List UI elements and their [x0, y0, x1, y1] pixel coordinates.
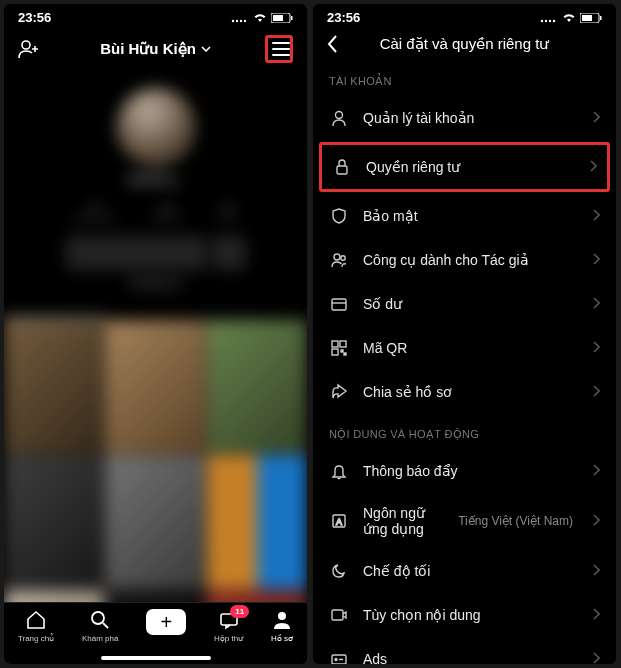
svg-text:A: A [336, 517, 342, 527]
nav-discover[interactable]: Khám phá [82, 609, 118, 643]
chevron-right-icon [593, 562, 600, 580]
row-ads[interactable]: Ads [313, 637, 616, 664]
row-share[interactable]: Chia sẻ hồ sơ [313, 370, 616, 414]
chevron-right-icon [593, 606, 600, 624]
row-label: Quản lý tài khoản [363, 110, 579, 126]
profile-name-dropdown[interactable]: Bùi Hữu Kiện [100, 40, 211, 58]
lock-icon [332, 157, 352, 177]
row-privacy-highlighted[interactable]: Quyền riêng tư [319, 142, 610, 192]
svg-point-2 [240, 19, 242, 21]
row-security[interactable]: Bảo mật [313, 194, 616, 238]
svg-point-17 [553, 19, 555, 21]
row-balance[interactable]: Số dư [313, 282, 616, 326]
nav-create[interactable]: + [146, 609, 186, 635]
bookmark-button [212, 236, 246, 270]
svg-rect-6 [291, 16, 293, 20]
svg-point-37 [335, 659, 337, 661]
username-handle: @buihuu... [4, 173, 307, 185]
svg-rect-28 [340, 341, 346, 347]
svg-line-11 [103, 623, 108, 628]
row-push-notifications[interactable]: Thông báo đẩy [313, 449, 616, 493]
share-icon [329, 382, 349, 402]
signal-dots-icon [540, 13, 558, 23]
svg-rect-19 [582, 15, 592, 21]
chevron-right-icon [593, 251, 600, 269]
chevron-right-icon [593, 339, 600, 357]
video-icon [329, 605, 349, 625]
nav-profile-label: Hồ sơ [271, 634, 293, 643]
svg-rect-29 [332, 349, 338, 355]
chevron-right-icon [593, 383, 600, 401]
menu-button-highlighted[interactable] [265, 35, 293, 63]
inbox-badge: 11 [230, 605, 249, 618]
status-bar: 23:56 [313, 4, 616, 27]
search-icon [89, 609, 111, 631]
row-dark-mode[interactable]: Chế độ tối [313, 549, 616, 593]
nav-home-label: Trang chủ [18, 634, 54, 643]
chevron-right-icon [593, 650, 600, 664]
row-label: Thông báo đẩy [363, 463, 579, 479]
row-manage-account[interactable]: Quản lý tài khoản [313, 96, 616, 140]
phone-profile-screen: 23:56 Bùi Hữu Kiện @buihuu... —Đang foll… [4, 4, 307, 664]
row-label: Công cụ dành cho Tác giả [363, 252, 579, 268]
row-label: Mã QR [363, 340, 579, 356]
chevron-right-icon [593, 295, 600, 313]
settings-title: Cài đặt và quyền riêng tư [380, 35, 550, 53]
svg-point-14 [541, 19, 543, 21]
profile-content-blurred: @buihuu... —Đang follow —Follower —Thích… [4, 71, 307, 664]
nav-inbox[interactable]: 11 Hộp thư [214, 609, 243, 643]
nav-profile[interactable]: Hồ sơ [271, 609, 293, 643]
svg-rect-31 [344, 353, 346, 355]
svg-point-10 [92, 612, 104, 624]
row-value: Tiếng Việt (Việt Nam) [458, 514, 573, 528]
status-icons [231, 13, 293, 23]
phone-settings-screen: 23:56 Cài đặt và quyền riêng tư TÀI KHOẢ… [313, 4, 616, 664]
svg-point-24 [341, 256, 345, 260]
battery-icon [271, 13, 293, 23]
row-label: Tùy chọn nội dung [363, 607, 579, 623]
svg-point-23 [334, 254, 340, 260]
row-language[interactable]: A Ngôn ngữ ứng dụng Tiếng Việt (Việt Nam… [313, 493, 616, 549]
row-label: Ngôn ngữ ứng dụng [363, 505, 444, 537]
wifi-icon [253, 13, 267, 23]
section-content: NỘI DUNG VÀ HOẠT ĐỘNG [313, 414, 616, 449]
wifi-icon [562, 13, 576, 23]
chevron-down-icon [201, 46, 211, 52]
status-time: 23:56 [327, 10, 360, 25]
svg-rect-27 [332, 341, 338, 347]
chevron-right-icon [593, 109, 600, 127]
moon-icon [329, 561, 349, 581]
row-qr[interactable]: Mã QR [313, 326, 616, 370]
chevron-right-icon [593, 512, 600, 530]
row-content-pref[interactable]: Tùy chọn nội dung [313, 593, 616, 637]
svg-point-3 [244, 19, 246, 21]
add-friend-button[interactable] [18, 38, 46, 60]
settings-list: TÀI KHOẢN Quản lý tài khoản Quyền riêng … [313, 61, 616, 664]
row-label: Chế độ tối [363, 563, 579, 579]
row-label: Bảo mật [363, 208, 579, 224]
chevron-right-icon [593, 207, 600, 225]
row-creator-tools[interactable]: Công cụ dành cho Tác giả [313, 238, 616, 282]
nav-inbox-label: Hộp thư [214, 634, 243, 643]
profile-header: Bùi Hữu Kiện [4, 27, 307, 71]
bell-icon [329, 461, 349, 481]
edit-profile-button [66, 236, 206, 270]
nav-home[interactable]: Trang chủ [18, 609, 54, 643]
hamburger-icon [272, 42, 290, 56]
svg-point-21 [336, 112, 343, 119]
settings-header: Cài đặt và quyền riêng tư [313, 27, 616, 61]
create-icon: + [146, 609, 186, 635]
svg-point-0 [232, 19, 234, 21]
back-button[interactable] [327, 35, 355, 53]
svg-rect-35 [332, 610, 343, 620]
ads-icon [329, 649, 349, 664]
svg-point-7 [22, 41, 30, 49]
language-icon: A [329, 511, 349, 531]
svg-point-13 [278, 612, 286, 620]
row-label: Chia sẻ hồ sơ [363, 384, 579, 400]
battery-icon [580, 13, 602, 23]
home-icon [25, 609, 47, 631]
nav-discover-label: Khám phá [82, 634, 118, 643]
profile-name: Bùi Hữu Kiện [100, 40, 196, 58]
status-bar: 23:56 [4, 4, 307, 27]
